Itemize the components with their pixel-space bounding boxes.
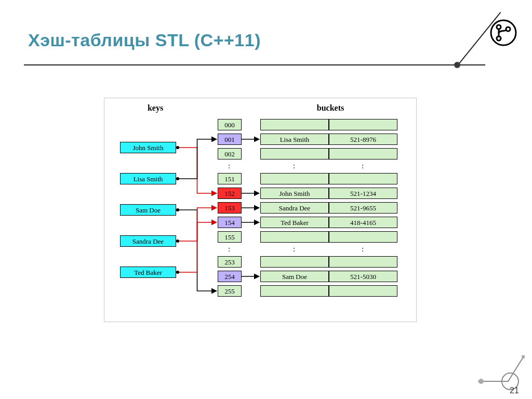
bucket-name: Ted Baker (260, 217, 329, 228)
bucket-name (260, 173, 329, 184)
key-anchor-dot (176, 208, 179, 211)
svg-point-1 (497, 25, 501, 29)
page-number: 21 (509, 387, 520, 395)
bucket-value (329, 231, 397, 243)
bucket-index: 255 (218, 285, 242, 297)
bucket-index: 154 (218, 217, 242, 228)
svg-line-6 (508, 356, 524, 381)
bucket-value (329, 119, 397, 130)
bucket-name: John Smith (260, 188, 329, 199)
hash-arrow (178, 208, 217, 241)
bucket-value (329, 285, 397, 297)
keys-header: keys (127, 103, 183, 113)
bucket-value (329, 173, 397, 184)
key-box: Sam Doe (120, 204, 176, 216)
bucket-value: 521-1234 (329, 188, 397, 199)
bucket-index: 155 (218, 231, 242, 243)
ellipsis-marker: : (359, 245, 366, 254)
svg-point-5 (478, 379, 484, 384)
bucket-value: 521-9655 (329, 202, 397, 214)
key-anchor-dot (176, 271, 179, 274)
svg-point-2 (497, 36, 501, 41)
key-anchor-dot (176, 146, 179, 149)
bucket-index: 001 (218, 134, 242, 145)
bucket-name: Lisa Smith (260, 134, 329, 145)
bucket-index: 254 (218, 271, 242, 282)
bucket-value: 521-5030 (329, 271, 397, 282)
bucket-name (260, 148, 329, 159)
bucket-value (329, 256, 397, 268)
bucket-index: 153 (218, 202, 242, 214)
bucket-index: 152 (218, 188, 242, 199)
ellipsis-marker: : (225, 162, 233, 170)
key-box: Ted Baker (120, 267, 176, 278)
branch-icon (489, 19, 517, 49)
title-rule (24, 64, 485, 65)
svg-point-0 (491, 20, 516, 45)
ellipsis-marker: : (290, 245, 298, 254)
key-anchor-dot (176, 177, 179, 180)
bucket-name: Sam Doe (260, 271, 329, 282)
bucket-index: 151 (218, 173, 242, 184)
title-rule-dot (454, 62, 460, 68)
key-box: Sandra Dee (120, 235, 176, 247)
bucket-name (260, 119, 329, 130)
key-anchor-dot (176, 240, 179, 243)
ellipsis-marker: : (290, 162, 298, 170)
bucket-index: 002 (218, 148, 242, 159)
ellipsis-marker: : (359, 162, 366, 170)
hash-arrow (178, 210, 217, 291)
bucket-name: Sandra Dee (260, 202, 329, 214)
bucket-value: 521-8976 (329, 134, 397, 145)
key-box: Lisa Smith (120, 173, 176, 184)
bucket-index: 000 (218, 119, 242, 130)
bucket-name (260, 285, 329, 297)
hash-diagram: keys buckets John SmithLisa SmithSam Doe… (104, 98, 417, 322)
slide-title: Хэш-таблицы STL (C++11) (28, 30, 261, 50)
hash-arrow (178, 148, 217, 193)
bucket-value (329, 148, 397, 159)
buckets-header: buckets (260, 103, 401, 113)
hash-arrow (178, 139, 217, 179)
bucket-name (260, 256, 329, 268)
key-box: John Smith (120, 142, 176, 153)
hash-arrow (178, 222, 217, 272)
bucket-index: 253 (218, 256, 242, 268)
bucket-value: 418-4165 (329, 217, 397, 228)
bucket-name (260, 231, 329, 243)
ellipsis-marker: : (225, 245, 233, 254)
